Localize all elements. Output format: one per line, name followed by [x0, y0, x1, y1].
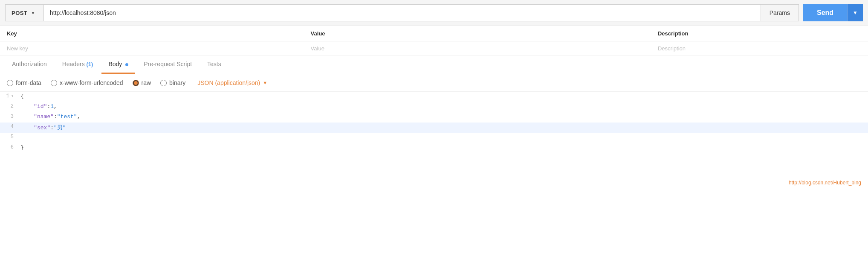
code-content-4: "sex":"男" [17, 122, 868, 133]
key-column-header: Key [0, 26, 304, 41]
send-btn-group: Send ▼ [803, 4, 863, 21]
params-table: Key Value Description [0, 26, 868, 55]
code-content-6: } [17, 143, 868, 152]
code-line-1: 1 ▾ { [0, 92, 868, 102]
code-line-4: 4 "sex":"男" [0, 122, 868, 133]
new-description-input[interactable] [658, 45, 861, 52]
tab-tests[interactable]: Tests [200, 55, 228, 74]
method-chevron-icon: ▼ [31, 11, 35, 15]
tab-authorization[interactable]: Authorization [5, 55, 54, 74]
code-content-2: "id":1, [17, 102, 868, 111]
form-data-radio[interactable] [7, 80, 13, 86]
line-number-4: 4 [0, 122, 17, 131]
binary-label: binary [169, 79, 185, 86]
new-value-input[interactable] [311, 45, 644, 52]
line-arrow-icon: ▾ [11, 93, 14, 99]
binary-radio[interactable] [160, 80, 167, 86]
code-content-5 [17, 133, 868, 135]
value-column-header: Value [304, 26, 651, 41]
description-column-header: Description [651, 26, 868, 41]
line-number-6: 6 [0, 143, 17, 152]
form-data-option[interactable]: form-data [7, 79, 41, 86]
json-type-label: JSON (application/json) [197, 79, 260, 86]
line-number-1: 1 ▾ [0, 92, 17, 100]
send-chevron-icon: ▼ [853, 10, 858, 16]
send-button[interactable]: Send [803, 4, 847, 21]
raw-option[interactable]: raw [133, 79, 151, 86]
urlencoded-radio[interactable] [51, 80, 57, 86]
urlencoded-label: x-www-form-urlencoded [60, 79, 123, 86]
body-options: form-data x-www-form-urlencoded raw bina… [0, 74, 868, 92]
code-content-1: { [17, 92, 868, 101]
raw-label: raw [142, 79, 151, 86]
code-content-3: "name":"test", [17, 112, 868, 121]
tab-pre-request-script[interactable]: Pre-request Script [137, 55, 199, 74]
method-label: POST [12, 10, 27, 16]
tab-headers[interactable]: Headers (1) [55, 55, 100, 74]
line-number-5: 5 [0, 133, 17, 141]
method-selector[interactable]: POST ▼ [5, 4, 43, 21]
code-line-6: 6 } [0, 143, 868, 153]
send-dropdown-button[interactable]: ▼ [847, 4, 863, 21]
line-number-2: 2 [0, 102, 17, 111]
urlencoded-option[interactable]: x-www-form-urlencoded [51, 79, 123, 86]
new-key-input[interactable] [7, 45, 297, 52]
footer-watermark: http://blog.csdn.net/Hubert_bing [0, 177, 868, 188]
line-number-3: 3 [0, 112, 17, 121]
code-editor[interactable]: 1 ▾ { 2 "id":1, 3 "name":"test", 4 "sex"… [0, 92, 868, 177]
form-data-label: form-data [16, 79, 41, 86]
code-line-5: 5 [0, 133, 868, 143]
watermark-text: http://blog.csdn.net/Hubert_bing [789, 180, 861, 186]
code-line-2: 2 "id":1, [0, 102, 868, 112]
url-input[interactable] [43, 4, 761, 21]
params-new-row [0, 41, 868, 55]
tabs-bar: Authorization Headers (1) Body Pre-reque… [0, 55, 868, 74]
headers-badge: (1) [87, 61, 93, 67]
json-type-selector[interactable]: JSON (application/json) ▼ [197, 79, 267, 86]
tab-body[interactable]: Body [101, 55, 135, 74]
code-line-3: 3 "name":"test", [0, 112, 868, 122]
json-type-chevron-icon: ▼ [263, 80, 267, 85]
body-dot-indicator [125, 63, 128, 66]
raw-radio[interactable] [133, 80, 139, 86]
url-bar: POST ▼ Params Send ▼ [0, 0, 868, 26]
params-button[interactable]: Params [761, 4, 799, 21]
binary-option[interactable]: binary [160, 79, 185, 86]
